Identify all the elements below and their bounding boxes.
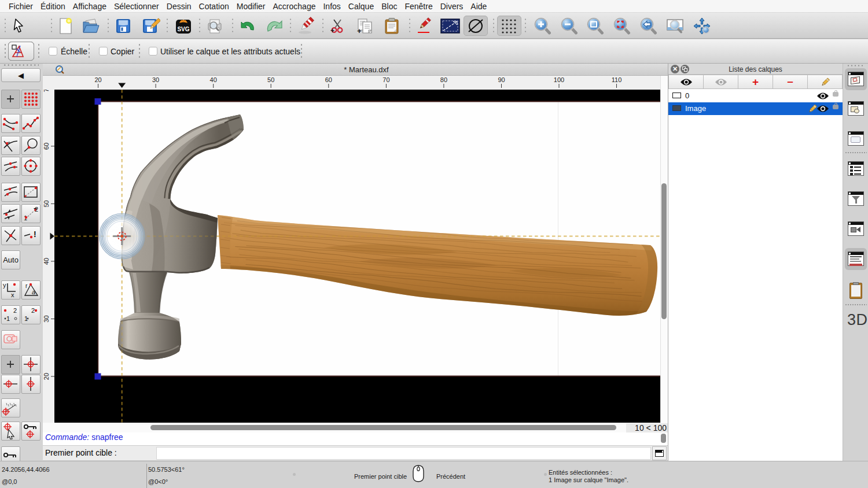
svg-text:110: 110: [612, 76, 622, 83]
svg-text:60: 60: [325, 76, 332, 83]
svg-text:100: 100: [554, 76, 564, 83]
svg-text:70: 70: [382, 76, 389, 83]
svg-text:2: 2: [31, 307, 35, 314]
svg-text:30: 30: [152, 76, 159, 83]
svg-text:40: 40: [210, 76, 217, 83]
svg-text:y: y: [3, 282, 6, 289]
svg-text:70: 70: [43, 90, 50, 92]
svg-text:+: +: [357, 27, 362, 35]
svg-text:x: x: [11, 291, 14, 298]
svg-text:40: 40: [43, 258, 50, 265]
svg-text:20: 20: [43, 373, 50, 380]
svg-text:20: 20: [94, 76, 101, 83]
svg-text:50: 50: [267, 76, 274, 83]
svg-text:a: a: [32, 289, 35, 295]
svg-text:80: 80: [440, 76, 447, 83]
svg-text:r: r: [25, 283, 28, 289]
svg-text:+: +: [330, 27, 334, 35]
svg-text:50: 50: [43, 200, 50, 207]
svg-text:30: 30: [43, 315, 50, 322]
svg-text:!: !: [34, 230, 36, 239]
svg-text:90: 90: [498, 76, 505, 83]
svg-text:2: 2: [13, 307, 17, 314]
svg-text:60: 60: [43, 143, 50, 150]
svg-text:1: 1: [6, 315, 10, 322]
svg-text:SVG: SVG: [177, 26, 189, 32]
